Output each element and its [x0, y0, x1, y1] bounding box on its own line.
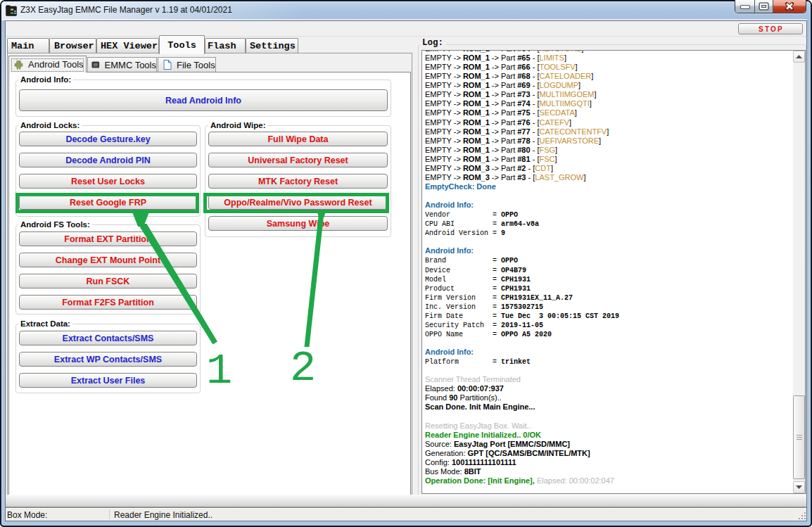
svg-text:1: 1 [206, 346, 232, 396]
svg-text:2: 2 [290, 343, 316, 393]
